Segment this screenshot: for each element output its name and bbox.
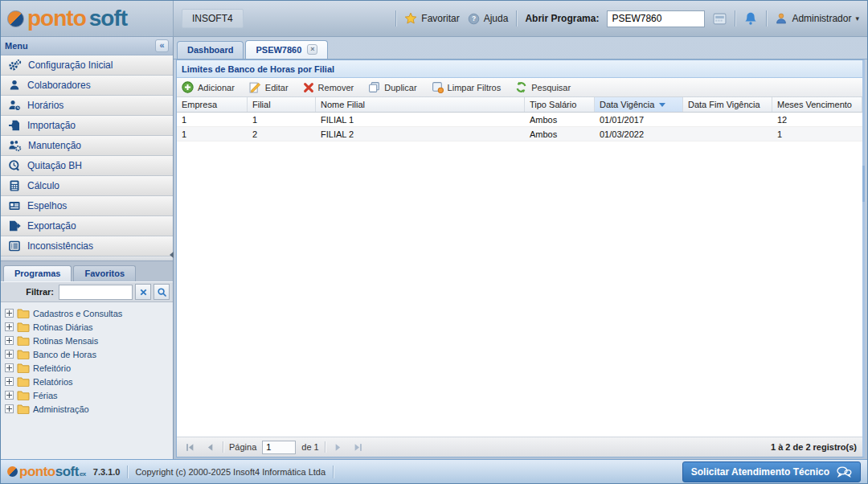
column-label: Filial xyxy=(252,100,271,109)
sidebar-collapse-button[interactable]: « xyxy=(155,39,169,52)
column-header-filial[interactable]: Filial xyxy=(248,97,316,112)
records-count: 1 à 2 de 2 registro(s) xyxy=(771,442,857,452)
filter-search-button[interactable] xyxy=(154,284,170,300)
sidebar-item-quitacao-bh[interactable]: Quitação BH xyxy=(1,156,173,176)
tab-favoritos[interactable]: Favoritos xyxy=(73,265,136,281)
duplicate-button[interactable]: Duplicar xyxy=(368,81,416,93)
program-list-button[interactable] xyxy=(713,13,727,25)
column-header-tipo-salario[interactable]: Tipo Salário xyxy=(525,97,595,112)
sidebar-item-label: Cálculo xyxy=(27,180,59,191)
tree-item-rotinas-mensais[interactable]: Rotinas Mensais xyxy=(5,334,173,347)
search-button[interactable]: Pesquisar xyxy=(515,81,571,93)
folder-icon xyxy=(17,404,30,414)
tree-item-label: Rotinas Mensais xyxy=(33,336,98,346)
tree-expand-icon[interactable] xyxy=(5,377,14,386)
tree-expand-icon[interactable] xyxy=(5,391,14,400)
notifications-button[interactable] xyxy=(743,11,758,26)
sidebar-item-importacao[interactable]: Importação xyxy=(1,116,173,136)
tree-item-cadastros-e-consultas[interactable]: Cadastros e Consultas xyxy=(5,306,173,320)
tree-item-refeitorio[interactable]: Refeitório xyxy=(5,361,173,375)
tree-item-label: Relatórios xyxy=(33,377,73,387)
program-tree: Cadastros e Consultas Rotinas Diárias Ro… xyxy=(1,302,173,459)
table-row[interactable]: 1 2 FILIAL 2 Ambos 01/03/2022 1 xyxy=(177,127,862,142)
edit-button[interactable]: Editar xyxy=(249,81,289,93)
column-header-empresa[interactable]: Empresa xyxy=(177,97,248,112)
sidebar-item-calculo[interactable]: Cálculo xyxy=(1,176,173,196)
open-program-input[interactable] xyxy=(607,10,705,27)
column-label: Nome Filial xyxy=(321,100,365,109)
sidebar-item-colaboradores[interactable]: Colaboradores xyxy=(1,76,173,96)
page-number-input[interactable] xyxy=(262,441,296,454)
person-icon xyxy=(8,79,21,92)
tab-programas[interactable]: Programas xyxy=(3,265,72,281)
tool-label: Adicionar xyxy=(198,83,235,92)
tab-psew7860[interactable]: PSEW7860 × xyxy=(245,40,328,59)
sidebar-item-inconsistencias[interactable]: Inconsistências xyxy=(1,236,173,256)
tree-expand-icon[interactable] xyxy=(5,322,14,331)
calculator-icon xyxy=(8,179,21,192)
sidebar-item-horarios[interactable]: Horários xyxy=(1,96,173,116)
help-icon: ? xyxy=(468,13,480,25)
grid-empty-area xyxy=(177,142,862,437)
last-page-button[interactable] xyxy=(351,440,366,454)
tool-label: Duplicar xyxy=(384,83,416,92)
sidebar-item-manutencao[interactable]: Manutenção xyxy=(1,136,173,156)
tree-expand-icon[interactable] xyxy=(5,404,14,413)
paging-separator xyxy=(325,441,326,453)
filter-clear-button[interactable] xyxy=(135,284,151,300)
main-area: Dashboard PSEW7860 × Limites de Banco de… xyxy=(174,37,867,459)
folder-icon xyxy=(17,322,30,332)
column-header-data-fim-vigencia[interactable]: Data Fim Vigência xyxy=(683,97,772,112)
sidebar-item-label: Inconsistências xyxy=(27,240,93,252)
tree-item-administracao[interactable]: Administração xyxy=(5,402,173,416)
next-page-button[interactable] xyxy=(331,440,346,454)
filter-input[interactable] xyxy=(59,285,133,300)
first-page-button[interactable] xyxy=(182,440,197,454)
tree-item-banco-de-horas[interactable]: Banco de Horas xyxy=(5,347,173,361)
pontosoft-logo-icon xyxy=(7,10,24,27)
grid-header: Empresa Filial Nome Filial Tipo Salário … xyxy=(177,97,862,113)
table-row[interactable]: 1 1 FILIAL 1 Ambos 01/01/2017 12 xyxy=(177,113,862,127)
tree-item-label: Banco de Horas xyxy=(33,350,96,359)
copyright-text: Copyright (c) 2000-2025 Insoft4 Informát… xyxy=(135,467,326,477)
gears-icon xyxy=(8,59,22,72)
sidebar-item-configuracao-inicial[interactable]: Configuração Inicial xyxy=(1,55,173,76)
sidebar-title: Menu xyxy=(5,41,28,51)
tab-dashboard[interactable]: Dashboard xyxy=(177,41,244,59)
content-panel: Limites de Banco de Horas por Filial Adi… xyxy=(176,59,865,457)
close-tab-icon[interactable]: × xyxy=(307,44,317,55)
tree-item-ferias[interactable]: Férias xyxy=(5,388,173,402)
tree-expand-icon[interactable] xyxy=(5,350,14,359)
user-menu[interactable]: Administrador ▾ xyxy=(775,12,859,25)
tree-item-label: Refeitório xyxy=(33,363,71,373)
add-button[interactable]: Adicionar xyxy=(182,81,235,93)
clear-filters-button[interactable]: Limpar Filtros xyxy=(432,81,502,93)
id-card-icon xyxy=(8,199,21,212)
sidebar-item-exportacao[interactable]: Exportação xyxy=(1,216,173,236)
list-icon xyxy=(8,240,21,252)
chat-icon xyxy=(836,466,852,478)
tree-expand-icon[interactable] xyxy=(5,336,14,345)
tree-item-relatorios[interactable]: Relatórios xyxy=(5,375,173,388)
column-header-nome-filial[interactable]: Nome Filial xyxy=(316,97,525,112)
filter-label: Filtrar: xyxy=(26,287,54,297)
star-icon xyxy=(404,12,417,25)
version-text: 7.3.1.0 xyxy=(93,467,121,477)
sidebar-item-espelhos[interactable]: Espelhos xyxy=(1,196,173,216)
user-label: Administrador xyxy=(792,13,851,24)
support-button[interactable]: Solicitar Atendimento Técnico xyxy=(682,461,861,482)
prev-page-button[interactable] xyxy=(203,440,217,454)
column-label: Tipo Salário xyxy=(530,100,576,109)
scrollbar-thumb[interactable] xyxy=(862,166,865,202)
column-header-data-vigencia[interactable]: Data Vigência xyxy=(595,97,683,112)
cell-tipo-salario: Ambos xyxy=(525,129,595,139)
tree-expand-icon[interactable] xyxy=(5,363,14,372)
tree-expand-icon[interactable] xyxy=(5,309,14,318)
help-button[interactable]: ? Ajuda xyxy=(468,13,509,25)
column-header-meses-vencimento[interactable]: Meses Vencimento xyxy=(772,97,862,112)
bottom-bar: pontosoftex 7.3.1.0 Copyright (c) 2000-2… xyxy=(1,459,867,483)
tree-item-rotinas-diarias[interactable]: Rotinas Diárias xyxy=(5,320,173,334)
favorite-button[interactable]: Favoritar xyxy=(404,12,459,25)
cell-empresa: 1 xyxy=(177,129,248,139)
remove-button[interactable]: Remover xyxy=(303,82,354,93)
